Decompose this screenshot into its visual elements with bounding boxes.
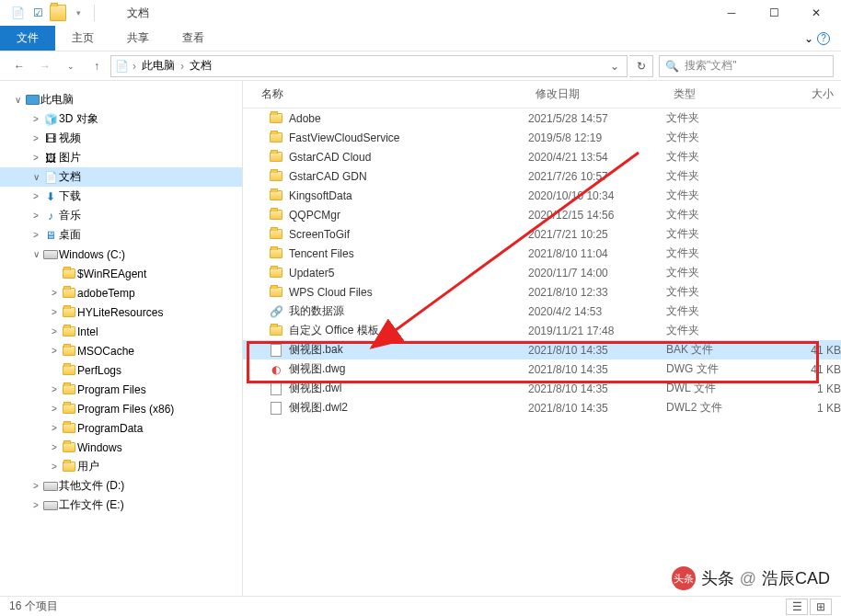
tree-expand-icon[interactable]: > xyxy=(29,133,42,143)
breadcrumb-documents[interactable]: 文档 xyxy=(188,58,213,74)
tree-item[interactable]: > adobeTemp xyxy=(0,283,242,302)
tree-item[interactable]: $WinREAgent xyxy=(0,264,242,283)
tree-item[interactable]: ∨ 此电脑 xyxy=(0,90,242,109)
tree-expand-icon[interactable]: > xyxy=(29,114,42,124)
tree-expand-icon[interactable]: > xyxy=(29,481,42,491)
tree-item[interactable]: > HYLiteResources xyxy=(0,302,242,322)
tree-item[interactable]: PerfLogs xyxy=(0,360,242,380)
tree-item[interactable]: ∨ Windows (C:) xyxy=(0,245,242,264)
tree-expand-icon[interactable]: > xyxy=(48,462,61,472)
file-row[interactable]: KingsoftData 2020/10/10 10:34 文件夹 xyxy=(243,186,841,205)
tab-share[interactable]: 共享 xyxy=(110,26,166,51)
up-button[interactable]: ↑ xyxy=(85,54,109,78)
col-type[interactable]: 类型 xyxy=(666,86,777,102)
tree-item[interactable]: > MSOCache xyxy=(0,341,242,360)
addr-dropdown-icon[interactable]: ⌄ xyxy=(606,60,623,73)
breadcrumb-this-pc[interactable]: 此电脑 xyxy=(140,58,177,74)
file-row[interactable]: Updater5 2020/11/7 14:00 文件夹 xyxy=(243,263,841,282)
qat-properties-icon[interactable]: 📄 xyxy=(9,5,26,21)
tree-expand-icon[interactable]: > xyxy=(48,307,61,317)
navigation-tree[interactable]: ∨ 此电脑> 🧊 3D 对象> 🎞 视频> 🖼 图片∨ 📄 文档> ⬇ 下载> … xyxy=(0,81,243,596)
tree-expand-icon[interactable]: > xyxy=(48,288,61,298)
file-row[interactable]: WPS Cloud Files 2021/8/10 12:33 文件夹 xyxy=(243,282,841,302)
tree-item[interactable]: > ProgramData xyxy=(0,418,242,438)
tree-expand-icon[interactable]: ∨ xyxy=(29,172,42,182)
tree-item[interactable]: > Program Files (x86) xyxy=(0,399,242,418)
tree-expand-icon[interactable]: > xyxy=(29,153,42,163)
address-bar[interactable]: 📄 › 此电脑 › 文档 ⌄ xyxy=(110,55,628,77)
qat-folder-icon[interactable] xyxy=(50,5,66,21)
tree-item[interactable]: > 🎞 视频 xyxy=(0,129,242,148)
tree-expand-icon[interactable]: ∨ xyxy=(29,249,42,259)
tree-expand-icon[interactable]: > xyxy=(29,500,42,510)
file-row[interactable]: FastViewCloudService 2019/5/8 12:19 文件夹 xyxy=(243,128,841,147)
tree-item[interactable]: > Intel xyxy=(0,322,242,341)
file-row[interactable]: Tencent Files 2021/8/10 11:04 文件夹 xyxy=(243,244,841,263)
ribbon-collapse-icon[interactable]: ⌄ xyxy=(804,32,813,45)
view-details-button[interactable]: ☰ xyxy=(786,599,808,615)
tab-home[interactable]: 主页 xyxy=(55,26,110,51)
file-date: 2021/5/28 14:57 xyxy=(528,112,666,125)
tree-item-label: Program Files (x86) xyxy=(77,403,174,416)
file-date: 2021/8/10 12:33 xyxy=(528,286,666,299)
ribbon-help[interactable]: ⌄ ? xyxy=(793,26,841,51)
file-row[interactable]: GstarCAD GDN 2021/7/26 10:57 文件夹 xyxy=(243,166,841,186)
file-name: KingsoftData xyxy=(289,189,352,202)
tree-item[interactable]: > 🖼 图片 xyxy=(0,148,242,167)
view-icons-button[interactable]: ⊞ xyxy=(810,599,832,615)
minimize-button[interactable]: ─ xyxy=(710,0,753,26)
tree-item[interactable]: > Program Files xyxy=(0,380,242,399)
tree-item[interactable]: > Windows xyxy=(0,438,242,457)
qat-check-icon[interactable]: ☑ xyxy=(29,5,46,21)
tree-expand-icon[interactable]: > xyxy=(48,404,61,414)
refresh-button[interactable]: ↻ xyxy=(629,55,653,77)
tree-item-icon: 🎞 xyxy=(42,132,59,145)
tree-expand-icon[interactable]: > xyxy=(48,346,61,356)
file-row[interactable]: 侧视图.dwl 2021/8/10 14:35 DWL 文件 1 KB xyxy=(243,379,841,398)
tree-expand-icon[interactable]: > xyxy=(29,211,42,221)
tree-expand-icon[interactable]: > xyxy=(29,230,42,240)
search-icon: 🔍 xyxy=(665,60,679,73)
tree-expand-icon[interactable]: ∨ xyxy=(11,95,24,105)
maximize-button[interactable]: ☐ xyxy=(753,0,795,26)
file-row[interactable]: 自定义 Office 模板 2019/11/21 17:48 文件夹 xyxy=(243,321,841,340)
file-row[interactable]: ScreenToGif 2021/7/21 10:25 文件夹 xyxy=(243,224,841,244)
tree-item[interactable]: > 工作文件 (E:) xyxy=(0,496,242,515)
tree-item[interactable]: > 🖥 桌面 xyxy=(0,225,242,245)
file-name: GstarCAD GDN xyxy=(289,170,367,183)
file-row[interactable]: ◐ 侧视图.dwg 2021/8/10 14:35 DWG 文件 41 KB xyxy=(243,359,841,379)
tab-view[interactable]: 查看 xyxy=(166,26,221,51)
tree-item[interactable]: > 🧊 3D 对象 xyxy=(0,109,242,129)
file-row[interactable]: QQPCMgr 2020/12/15 14:56 文件夹 xyxy=(243,205,841,224)
history-dropdown[interactable]: ⌄ xyxy=(59,54,83,78)
file-row[interactable]: Adobe 2021/5/28 14:57 文件夹 xyxy=(243,108,841,128)
file-row[interactable]: 侧视图.bak 2021/8/10 14:35 BAK 文件 41 KB xyxy=(243,340,841,359)
search-input[interactable]: 🔍 搜索"文档" xyxy=(659,55,834,77)
tree-item-label: 图片 xyxy=(59,150,81,165)
tree-item[interactable]: > ♪ 音乐 xyxy=(0,206,242,225)
file-name: GstarCAD Cloud xyxy=(289,151,371,164)
tab-file[interactable]: 文件 xyxy=(0,26,55,51)
col-name[interactable]: 名称 xyxy=(243,86,528,102)
help-icon[interactable]: ? xyxy=(817,32,830,45)
tree-expand-icon[interactable]: > xyxy=(48,442,61,452)
tree-item[interactable]: > 其他文件 (D:) xyxy=(0,476,242,496)
qat-dropdown-icon[interactable]: ▾ xyxy=(70,5,86,21)
file-row[interactable]: 侧视图.dwl2 2021/8/10 14:35 DWL2 文件 1 KB xyxy=(243,398,841,417)
file-row[interactable]: GstarCAD Cloud 2020/4/21 13:54 文件夹 xyxy=(243,147,841,166)
tree-expand-icon[interactable]: > xyxy=(29,191,42,201)
tree-expand-icon[interactable]: > xyxy=(48,423,61,433)
back-button[interactable]: ← xyxy=(7,54,31,78)
tree-item[interactable]: > 用户 xyxy=(0,457,242,476)
tree-item[interactable]: > ⬇ 下载 xyxy=(0,187,242,206)
col-size[interactable]: 大小 xyxy=(777,86,841,102)
forward-button[interactable]: → xyxy=(33,54,57,78)
file-name: 侧视图.dwl xyxy=(289,381,341,396)
tree-expand-icon[interactable]: > xyxy=(48,384,61,394)
file-row[interactable]: 🔗 我的数据源 2020/4/2 14:53 文件夹 xyxy=(243,302,841,321)
tree-item[interactable]: ∨ 📄 文档 xyxy=(0,167,242,187)
tree-expand-icon[interactable]: > xyxy=(48,326,61,337)
file-date: 2021/8/10 14:35 xyxy=(528,363,666,376)
close-button[interactable]: ✕ xyxy=(795,0,837,26)
col-date[interactable]: 修改日期 xyxy=(528,86,666,102)
